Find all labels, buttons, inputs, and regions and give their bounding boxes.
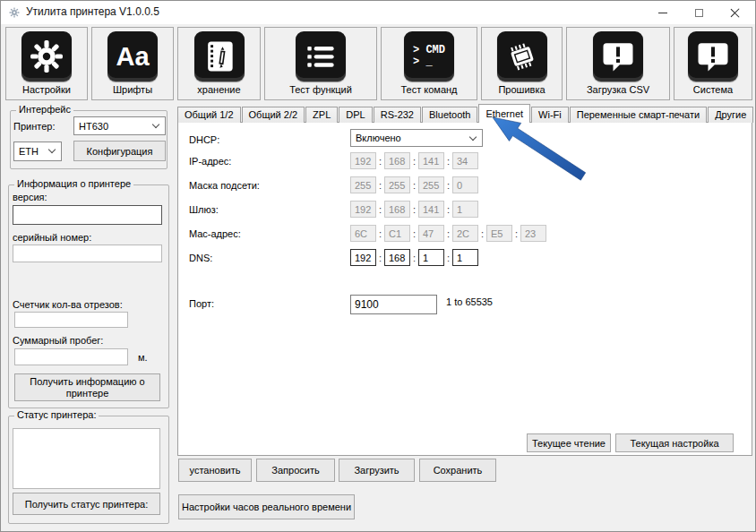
tab-ethernet[interactable]: Ethernet	[478, 104, 530, 123]
octet-separator: :	[410, 228, 418, 239]
maximize-button[interactable]	[683, 1, 714, 24]
toolbar-button-3[interactable]: хранение	[177, 27, 261, 100]
toolbar-button-8[interactable]: Система	[674, 27, 752, 100]
toolbar-button-label: Тест команд	[400, 84, 457, 95]
octet-input: 141	[418, 152, 444, 169]
octet-separator: :	[376, 204, 384, 215]
printer-status-textarea[interactable]	[13, 428, 160, 489]
query-button[interactable]: Запросить	[256, 459, 335, 482]
octet-input: 141	[418, 201, 444, 218]
chip-icon	[497, 31, 547, 82]
tab-wi-fi[interactable]: Wi-Fi	[531, 107, 569, 123]
octet-input[interactable]: 1	[418, 249, 444, 266]
rtc-settings-button[interactable]: Настройки часов реального времени	[178, 494, 355, 519]
octet-input: 255	[350, 176, 376, 193]
field-label: Маска подсети:	[189, 180, 350, 191]
octet-input: E5	[486, 225, 512, 242]
port-label: Порт:	[189, 298, 350, 309]
octet-separator: :	[376, 228, 384, 239]
octet-separator: :	[410, 180, 418, 191]
octet-input: 192	[350, 152, 376, 169]
configuration-button[interactable]: Конфигурация	[73, 141, 166, 161]
tab-dpl[interactable]: DPL	[339, 107, 372, 123]
set-button[interactable]: установить	[178, 459, 252, 482]
get-printer-status-button[interactable]: Получить статус принтера:	[13, 493, 160, 515]
toolbar-button-label: Тест функций	[289, 84, 352, 95]
current-setting-button[interactable]: Текущая настройка	[615, 433, 734, 452]
tab-rs-232[interactable]: RS-232	[374, 107, 421, 123]
port-input[interactable]	[350, 295, 437, 314]
cut-counter-label: Счетчик кол-ва отрезов:	[13, 299, 123, 310]
printer-model-combobox[interactable]: HT630	[73, 116, 166, 135]
total-mileage-label: Суммарный пробег:	[13, 335, 103, 346]
version-input[interactable]	[13, 205, 162, 225]
dhcp-label: DHCP:	[189, 134, 350, 145]
octet-input[interactable]: 1	[452, 249, 478, 266]
octet-separator: :	[376, 156, 384, 167]
toolbar: НастройкиAaШрифтыхранениеТест функций> C…	[1, 24, 756, 102]
octet-input: 255	[418, 176, 444, 193]
toolbar-button-4[interactable]: Тест функций	[264, 27, 377, 100]
field-label: Шлюз:	[189, 204, 350, 215]
minimize-button[interactable]	[648, 1, 678, 24]
serial-number-input[interactable]	[13, 245, 162, 262]
toolbar-button-1[interactable]: Настройки	[5, 27, 88, 100]
tab-общий-1-2[interactable]: Общий 1/2	[177, 107, 241, 123]
octet-input: 47	[418, 225, 444, 242]
tab-другие[interactable]: Другие	[708, 107, 753, 123]
toolbar-button-label: Прошивка	[498, 84, 545, 95]
toolbar-button-label: хранение	[197, 84, 240, 95]
interface-type-value: ETH	[19, 146, 39, 157]
ethernet-row: Шлюз:192:168:141:1	[189, 201, 546, 218]
octet-input: C1	[384, 225, 410, 242]
load-button[interactable]: Загрузить	[339, 459, 415, 482]
ethernet-address-rows: IP-адрес:192:168:141:34Маска подсети:255…	[189, 152, 546, 273]
serial-number-label: серийный номер:	[13, 232, 91, 243]
bubble-icon	[593, 31, 643, 82]
app-gear-icon	[8, 6, 21, 19]
toolbar-button-2[interactable]: AaШрифты	[91, 27, 174, 100]
octet-separator: :	[512, 228, 520, 239]
octet-input: 6C	[350, 225, 376, 242]
dhcp-combobox[interactable]: Включено	[350, 129, 483, 147]
tab-общий-2-2[interactable]: Общий 2/2	[242, 107, 305, 123]
octet-input[interactable]: 168	[384, 249, 410, 266]
printer-info-legend: Информация о принтере	[14, 178, 133, 189]
octet-separator: :	[376, 253, 384, 263]
ethernet-row: IP-адрес:192:168:141:34	[189, 152, 546, 169]
octet-separator: :	[376, 180, 384, 191]
toolbar-button-7[interactable]: Загрузка CSV	[566, 27, 670, 100]
gear-icon	[21, 31, 72, 82]
toolbar-button-6[interactable]: Прошивка	[481, 27, 563, 100]
close-button[interactable]	[719, 1, 750, 24]
chevron-down-icon	[48, 146, 56, 153]
octet-input: 2C	[452, 225, 478, 242]
octet-input: 23	[520, 225, 546, 242]
tab-zpl[interactable]: ZPL	[305, 107, 338, 123]
close-icon	[730, 8, 740, 18]
octet-input: 1	[452, 201, 478, 218]
chevron-down-icon	[469, 133, 477, 141]
tab-strip: Общий 1/2Общий 2/2ZPLDPLRS-232BluetoothE…	[177, 105, 754, 123]
toolbar-button-label: Загрузка CSV	[587, 84, 649, 95]
ethernet-row: Mac-адрес:6C:C1:47:2C:E5:23	[189, 225, 546, 242]
octet-input: 168	[384, 201, 410, 218]
octet-input[interactable]: 192	[350, 249, 376, 266]
octet-input: 168	[384, 152, 410, 169]
mileage-unit-label: м.	[138, 352, 148, 363]
save-button[interactable]: Сохранить	[419, 459, 496, 482]
interface-type-combobox[interactable]: ETH	[13, 142, 62, 161]
tab-переменные-смарт-печати[interactable]: Переменные смарт-печати	[570, 107, 707, 123]
octet-input: 255	[384, 176, 410, 193]
octet-separator: :	[410, 156, 418, 167]
toolbar-button-5[interactable]: > CMD> _Тест команд	[381, 27, 477, 100]
field-label: IP-адрес:	[189, 156, 350, 167]
get-printer-info-button[interactable]: Получить информацию о принтере	[14, 373, 160, 401]
octet-input: 0	[452, 176, 478, 193]
octet-separator: :	[444, 228, 452, 239]
total-mileage-input[interactable]	[14, 348, 128, 365]
tab-bluetooth[interactable]: Bluetooth	[422, 107, 477, 123]
cut-counter-input[interactable]	[14, 312, 128, 328]
current-read-button[interactable]: Текущее чтение	[527, 433, 611, 452]
window-title: Утилита принтера V1.0.0.5	[26, 5, 159, 18]
